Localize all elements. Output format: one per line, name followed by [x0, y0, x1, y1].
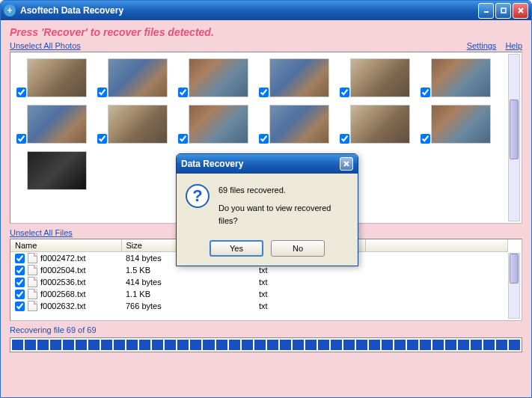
progress-segment — [152, 340, 163, 350]
photo-thumbnail — [27, 58, 87, 97]
progress-segment — [25, 340, 36, 350]
photo-thumbnail — [269, 58, 329, 97]
scrollbar-thumb[interactable] — [510, 254, 519, 284]
photo-item[interactable] — [340, 105, 421, 145]
progress-segment — [63, 340, 74, 350]
progress-segment — [280, 340, 291, 350]
photo-thumbnail — [350, 105, 410, 144]
photo-item[interactable] — [421, 105, 501, 145]
progress-segment — [293, 340, 304, 350]
photo-checkbox[interactable] — [16, 134, 26, 144]
progress-segment — [76, 340, 87, 350]
file-checkbox[interactable] — [15, 254, 25, 263]
yes-button[interactable]: Yes — [210, 240, 263, 257]
photo-checkbox[interactable] — [16, 88, 26, 97]
file-checkbox[interactable] — [15, 290, 25, 299]
file-icon — [28, 265, 37, 275]
file-icon — [28, 277, 37, 287]
app-icon: + — [4, 4, 16, 16]
titlebar: + Asoftech Data Recovery — [1, 1, 531, 20]
progress-segment — [139, 340, 150, 350]
file-checkbox[interactable] — [15, 301, 25, 311]
photo-checkbox[interactable] — [97, 134, 107, 144]
window-title: Asoftech Data Recovery — [20, 5, 478, 16]
photo-item[interactable] — [259, 58, 340, 99]
photo-item[interactable] — [16, 105, 97, 145]
photo-thumbnail — [108, 105, 168, 144]
photo-item[interactable] — [178, 105, 259, 145]
progress-bar — [10, 337, 522, 352]
minimize-button[interactable] — [478, 3, 494, 19]
file-icon — [28, 301, 37, 311]
photo-checkbox[interactable] — [97, 88, 107, 97]
file-checkbox[interactable] — [15, 278, 25, 287]
file-size: 766 bytes — [121, 300, 254, 312]
table-row[interactable]: f0002568.txt1.1 KBtxt — [10, 288, 508, 300]
dialog-line1: 69 files recovered. — [218, 184, 349, 198]
table-row[interactable]: f0002536.txt414 bytestxt — [10, 276, 508, 288]
unselect-all-photos-link[interactable]: Unselect All Photos — [10, 41, 81, 50]
progress-segment — [458, 340, 469, 350]
progress-segment — [356, 340, 367, 350]
dialog-close-button[interactable] — [340, 157, 353, 171]
photo-checkbox[interactable] — [259, 134, 269, 144]
progress-segment — [305, 340, 317, 350]
file-checkbox[interactable] — [15, 266, 25, 275]
help-link[interactable]: Help — [505, 41, 522, 50]
unselect-all-files-link[interactable]: Unselect All Files — [10, 228, 73, 237]
file-size: 414 bytes — [121, 276, 254, 288]
photo-checkbox[interactable] — [421, 134, 430, 144]
photo-thumbnail — [269, 105, 329, 144]
photo-item[interactable] — [340, 58, 421, 99]
photo-checkbox[interactable] — [340, 88, 349, 97]
photo-item[interactable] — [16, 58, 97, 99]
progress-segment — [318, 340, 329, 350]
scrollbar-thumb[interactable] — [510, 100, 519, 159]
photo-item[interactable] — [97, 105, 178, 145]
progress-segment — [50, 340, 61, 350]
file-name: f0002536.txt — [40, 278, 86, 287]
file-name: f0002632.txt — [40, 301, 86, 310]
photo-thumbnail — [189, 58, 248, 97]
file-name: f0002472.txt — [40, 254, 86, 263]
photo-item[interactable] — [178, 58, 259, 99]
dialog-message: 69 files recovered. Do you want to view … — [218, 184, 349, 228]
dialog-line2: Do you want to view recovered files? — [218, 202, 349, 228]
progress-segment — [88, 340, 100, 350]
photo-scrollbar[interactable] — [508, 54, 520, 221]
progress-segment — [101, 340, 112, 350]
photo-item[interactable] — [16, 151, 97, 192]
col-header-blank[interactable] — [365, 239, 508, 252]
photo-item[interactable] — [97, 58, 178, 99]
progress-segment — [216, 340, 227, 350]
file-ext: txt — [254, 276, 365, 288]
photo-checkbox[interactable] — [178, 88, 188, 97]
photo-checkbox[interactable] — [421, 88, 430, 97]
photo-thumbnail — [431, 58, 491, 97]
photo-thumbnail — [108, 58, 168, 97]
progress-segment — [254, 340, 266, 350]
progress-segment — [369, 340, 380, 350]
file-size: 1.1 KB — [121, 288, 254, 300]
dialog-titlebar: Data Recovery — [177, 154, 358, 174]
app-window: + Asoftech Data Recovery Press 'Recover'… — [0, 0, 532, 398]
col-header-name[interactable]: Name — [10, 239, 121, 252]
maximize-button[interactable] — [495, 3, 511, 19]
close-button[interactable] — [513, 3, 528, 19]
settings-link[interactable]: Settings — [467, 41, 497, 50]
photo-item[interactable] — [421, 58, 501, 99]
table-row[interactable]: f0002632.txt766 bytestxt — [10, 300, 508, 312]
progress-segment — [343, 340, 355, 350]
progress-segment — [12, 340, 23, 350]
no-button[interactable]: No — [271, 240, 325, 257]
progress-segment — [432, 340, 444, 350]
photo-checkbox[interactable] — [178, 134, 188, 144]
progress-segment — [190, 340, 201, 350]
progress-segment — [496, 340, 507, 350]
photo-checkbox[interactable] — [259, 88, 269, 97]
photo-item[interactable] — [259, 105, 340, 145]
photo-checkbox[interactable] — [340, 134, 349, 144]
svg-rect-1 — [501, 8, 506, 13]
file-scrollbar[interactable] — [508, 253, 520, 319]
progress-segment — [165, 340, 176, 350]
